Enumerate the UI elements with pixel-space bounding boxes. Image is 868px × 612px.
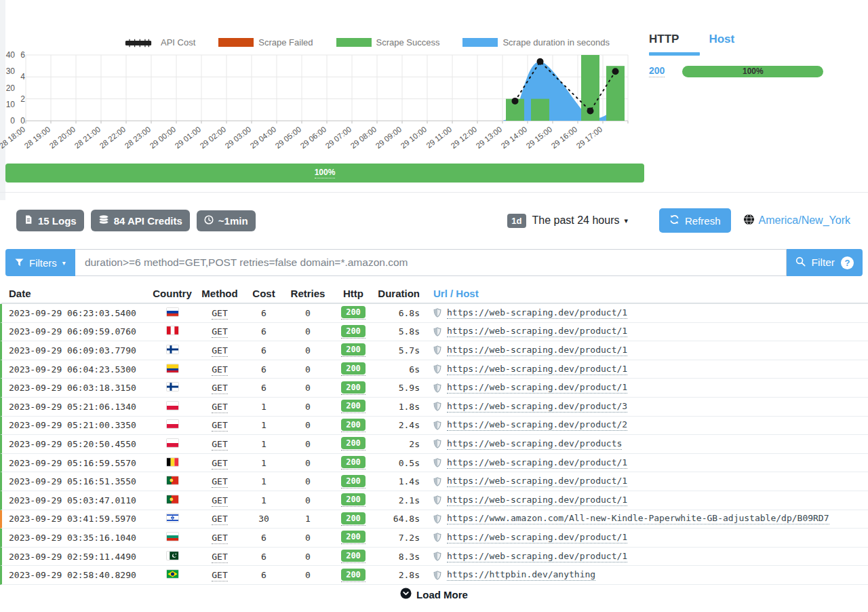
http-status-badge[interactable]: 200: [341, 569, 366, 582]
method-cell: GET: [196, 552, 243, 562]
http-status-badge[interactable]: 200: [341, 362, 366, 376]
timezone-control: America/New_York: [743, 214, 850, 228]
method-link[interactable]: GET: [212, 420, 227, 432]
method-link[interactable]: GET: [212, 495, 227, 507]
method-cell: GET: [196, 458, 243, 468]
method-link[interactable]: GET: [212, 402, 227, 413]
url-link[interactable]: https://web-scraping.dev/product/1: [447, 495, 627, 506]
log-row[interactable]: 2023-09-29 06:04:23.5300GET602006shttps:…: [0, 360, 868, 379]
method-link[interactable]: GET: [212, 514, 227, 525]
log-row[interactable]: 2023-09-29 02:58:40.8290GET602002.8shttp…: [0, 566, 868, 585]
log-row[interactable]: 2023-09-29 06:03:18.3150GET602005.9shttp…: [0, 379, 868, 398]
method-link[interactable]: GET: [212, 476, 227, 488]
log-row[interactable]: 2023-09-29 05:03:47.0110GET102002.1shttp…: [0, 491, 868, 510]
retries-value: 1: [284, 514, 332, 524]
time-range-controls: 1d The past 24 hours ▾ Refresh America/N…: [507, 208, 850, 233]
url-link[interactable]: https://web-scraping.dev/product/1: [447, 364, 627, 375]
http-status-badge[interactable]: 200: [341, 381, 366, 395]
url-link[interactable]: https://httpbin.dev/anything: [447, 569, 595, 581]
http-status-badge[interactable]: 200: [341, 306, 366, 320]
method-link[interactable]: GET: [212, 552, 227, 563]
filter-query-input[interactable]: [75, 249, 787, 276]
url-link[interactable]: https://web-scraping.dev/product/1: [447, 457, 627, 469]
log-row[interactable]: 2023-09-29 05:16:59.5570GET102000.5shttp…: [0, 454, 868, 473]
url-link[interactable]: https://web-scraping.dev/product/1: [447, 476, 627, 487]
http-status-rows: 200100%: [649, 65, 852, 77]
apply-filter-button[interactable]: Filter ?: [787, 249, 863, 276]
log-row[interactable]: 2023-09-29 02:59:11.4490GET602008.3shttp…: [0, 548, 868, 567]
url-link[interactable]: https://web-scraping.dev/product/1: [447, 551, 627, 562]
flag-be-icon: [167, 458, 178, 466]
filters-dropdown-button[interactable]: Filters ▾: [5, 249, 75, 276]
url-link[interactable]: https://web-scraping.dev/products: [447, 438, 622, 450]
http-status-badge[interactable]: 200: [341, 419, 366, 432]
column-header-url-host[interactable]: Url / Host: [429, 288, 868, 299]
log-row[interactable]: 2023-09-29 06:09:03.7790GET602005.7shttp…: [0, 341, 868, 360]
log-row[interactable]: 2023-09-29 05:16:51.3550GET102001.4shttp…: [0, 472, 868, 491]
http-status-badge[interactable]: 200: [341, 550, 366, 563]
log-row[interactable]: 2023-09-29 05:21:06.1340GET102001.8shttp…: [0, 398, 868, 417]
shield-icon: [433, 383, 441, 393]
svg-text:28 19:00: 28 19:00: [23, 125, 52, 150]
svg-text:20: 20: [6, 83, 16, 93]
method-link[interactable]: GET: [212, 308, 227, 320]
shield-icon: [433, 458, 441, 467]
log-table: DateCountryMethodCostRetriesHttpDuration…: [0, 284, 868, 585]
http-status-badge[interactable]: 200: [341, 456, 366, 470]
refresh-button[interactable]: Refresh: [659, 208, 731, 233]
method-link[interactable]: GET: [212, 326, 227, 338]
http-status-badge[interactable]: 200: [341, 493, 366, 507]
help-icon[interactable]: ?: [841, 256, 854, 269]
method-cell: GET: [196, 326, 243, 337]
url-link[interactable]: https://web-scraping.dev/product/2: [447, 419, 627, 431]
column-header-method: Method: [196, 288, 243, 299]
url-link[interactable]: https://web-scraping.dev/product/3: [447, 401, 627, 413]
log-row[interactable]: 2023-09-29 06:09:59.0760GET602005.8shttp…: [0, 323, 868, 342]
http-status-badge[interactable]: 200: [341, 475, 366, 489]
url-link[interactable]: https://web-scraping.dev/product/1: [447, 382, 627, 394]
country-cell: [149, 439, 196, 449]
log-row[interactable]: 2023-09-29 03:41:59.5970GET30120064.8sht…: [0, 510, 868, 529]
url-link[interactable]: https://web-scraping.dev/product/1: [447, 345, 627, 356]
method-link[interactable]: GET: [212, 458, 227, 470]
http-cell: 200: [332, 400, 375, 413]
method-link[interactable]: GET: [212, 364, 227, 376]
log-date: 2023-09-29 05:21:00.3350: [2, 420, 149, 430]
chevron-down-icon[interactable]: ▾: [624, 216, 628, 225]
method-link[interactable]: GET: [212, 570, 227, 581]
flag-pe-icon: [167, 326, 178, 334]
url-link[interactable]: https://www.amazon.com/All-new-Kindle-Pa…: [447, 513, 829, 524]
tab-host[interactable]: Host: [709, 33, 734, 46]
load-more-button[interactable]: Load More: [400, 588, 468, 601]
country-cell: [149, 514, 196, 524]
url-link[interactable]: https://web-scraping.dev/product/1: [447, 326, 627, 337]
method-link[interactable]: GET: [212, 533, 227, 544]
log-date: 2023-09-29 05:16:51.3550: [2, 476, 149, 486]
http-status-badge[interactable]: 200: [341, 343, 366, 357]
timezone-link[interactable]: America/New_York: [759, 214, 850, 227]
log-row[interactable]: 2023-09-29 05:21:00.3350GET102002.4shttp…: [0, 417, 868, 436]
url-link[interactable]: https://web-scraping.dev/product/1: [447, 532, 627, 543]
http-status-badge[interactable]: 200: [341, 437, 366, 451]
flag-pl-icon: [167, 402, 178, 410]
log-row[interactable]: 2023-09-29 06:23:03.5400GET602006.8shttp…: [0, 304, 868, 323]
method-link[interactable]: GET: [212, 345, 227, 357]
method-link[interactable]: GET: [212, 439, 227, 451]
retries-value: 0: [284, 533, 332, 543]
http-status-badge[interactable]: 200: [341, 531, 366, 544]
http-code-link[interactable]: 200: [649, 65, 665, 77]
column-header-duration: Duration: [375, 288, 429, 299]
url-link[interactable]: https://web-scraping.dev/product/1: [447, 307, 627, 319]
log-row[interactable]: 2023-09-29 03:35:16.1040GET602007.2shttp…: [0, 529, 868, 548]
http-status-badge[interactable]: 200: [341, 325, 366, 339]
country-cell: [149, 552, 196, 562]
time-range-dropdown[interactable]: The past 24 hours: [532, 214, 620, 227]
log-row[interactable]: 2023-09-29 05:20:50.4550GET102002shttps:…: [0, 435, 868, 454]
http-status-badge[interactable]: 200: [341, 400, 366, 413]
flag-pt-icon: [167, 476, 178, 484]
http-status-badge[interactable]: 200: [341, 512, 366, 526]
log-date: 2023-09-29 03:41:59.5970: [2, 514, 149, 524]
log-date: 2023-09-29 03:35:16.1040: [2, 533, 149, 543]
method-link[interactable]: GET: [212, 383, 227, 394]
tab-http[interactable]: HTTP: [649, 33, 679, 46]
